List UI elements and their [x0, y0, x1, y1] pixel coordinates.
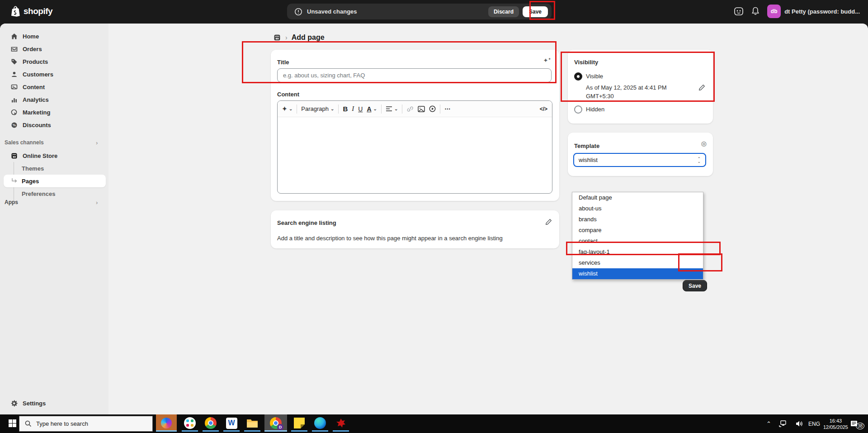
sidebar-item-settings[interactable]: Settings: [4, 397, 106, 409]
rich-text-editor[interactable]: ✦ ⌄ Paragraph ⌄ B I U A ⌄: [277, 100, 552, 194]
insert-image-icon[interactable]: [418, 106, 425, 112]
sidebar-item-label: Home: [23, 33, 39, 40]
tray-volume-icon[interactable]: [796, 414, 804, 433]
file-explorer-icon: [246, 418, 258, 428]
sidebar-item-online-store[interactable]: Online Store: [4, 149, 106, 162]
sidebar-item-marketing[interactable]: Marketing: [4, 106, 106, 119]
discard-button[interactable]: Discard: [488, 6, 519, 17]
show-html-button[interactable]: </>: [540, 106, 547, 112]
sidekick-assistant-icon[interactable]: [734, 6, 744, 16]
save-button-bottom[interactable]: Save: [683, 280, 707, 291]
taskbar-app-word[interactable]: W: [221, 414, 242, 432]
tray-show-hidden-icons[interactable]: ⌃: [766, 414, 771, 433]
alignment-button[interactable]: ⌄: [386, 106, 398, 112]
visibility-card: Visibility Visible As of May 12, 2025 at…: [568, 50, 713, 124]
template-option[interactable]: services: [572, 257, 703, 268]
taskbar-app-slack[interactable]: [179, 414, 200, 432]
select-stepper-icon: ⌃⌄: [697, 157, 701, 163]
tray-notifications[interactable]: 38: [850, 414, 864, 433]
sidebar-item-content[interactable]: Content: [4, 81, 106, 93]
title-input[interactable]: [277, 68, 552, 82]
link-icon[interactable]: [406, 106, 414, 112]
chevron-down-icon: ⌄: [330, 106, 334, 111]
sidebar-item-preferences[interactable]: Preferences: [22, 188, 55, 199]
bold-button[interactable]: B: [343, 105, 348, 113]
seo-card: Search engine listing Add a title and de…: [271, 210, 559, 248]
template-option[interactable]: compare: [572, 225, 703, 236]
magic-menu-button[interactable]: ✦ ⌄: [282, 105, 292, 112]
text-color-button[interactable]: A ⌄: [367, 105, 377, 113]
taskbar-app-chrome[interactable]: [200, 414, 221, 432]
template-option[interactable]: about-us: [572, 203, 703, 214]
edit-pencil-icon[interactable]: [698, 84, 705, 91]
search-placeholder: Type here to search: [36, 420, 88, 427]
tray-network-icon[interactable]: [779, 414, 788, 433]
insert-video-icon[interactable]: [429, 105, 436, 112]
magic-sparkle-icon[interactable]: ✦✦: [543, 57, 551, 64]
sidebar-item-analytics[interactable]: Analytics: [4, 93, 106, 106]
taskbar-app-chrome-profile[interactable]: D: [264, 414, 287, 432]
taskbar-app-copilot[interactable]: [156, 414, 177, 432]
sidebar-item-label: Pages: [22, 178, 39, 185]
template-card: Template ◎ wishlist ⌃⌄: [568, 133, 713, 176]
sticky-notes-icon: [294, 418, 305, 428]
sidebar-item-label: Online Store: [23, 152, 57, 159]
sidebar-item-home[interactable]: Home: [4, 30, 106, 43]
sidebar-item-products[interactable]: Products: [4, 55, 106, 68]
sidebar-item-pages[interactable]: Pages: [4, 175, 106, 187]
alert-icon: [294, 8, 302, 16]
chrome-profile-icon: D: [270, 417, 282, 429]
template-select[interactable]: wishlist ⌃⌄: [573, 153, 706, 167]
sales-channels-chevron-icon[interactable]: ›: [96, 139, 98, 146]
align-left-icon: [386, 106, 392, 112]
sidebar-item-themes[interactable]: Themes: [22, 163, 44, 174]
visibility-title: Visibility: [574, 59, 598, 66]
template-option[interactable]: contact: [572, 236, 703, 247]
apps-header[interactable]: Apps: [5, 199, 18, 205]
save-button-top[interactable]: Save: [523, 6, 548, 17]
taskbar-search-box[interactable]: Type here to search: [19, 416, 153, 432]
template-option[interactable]: brands: [572, 214, 703, 225]
template-option-highlighted[interactable]: wishlist: [572, 268, 703, 279]
editor-body[interactable]: [278, 117, 552, 194]
online-store-breadcrumb-icon[interactable]: [273, 33, 281, 42]
tray-clock[interactable]: 16:43 12/05/2025: [823, 414, 848, 433]
sidebar-item-label: Discounts: [23, 122, 51, 128]
sidebar-item-label: Content: [23, 84, 45, 90]
slack-icon: [184, 417, 196, 429]
template-label: Template: [574, 143, 599, 149]
view-template-eye-icon[interactable]: ◎: [701, 140, 707, 147]
underline-button[interactable]: U: [358, 105, 363, 113]
notifications-bell-icon[interactable]: [751, 6, 760, 16]
apps-chevron-icon[interactable]: ›: [96, 199, 98, 206]
sidebar-item-label: Analytics: [23, 96, 49, 103]
sidebar-item-customers[interactable]: Customers: [4, 68, 106, 81]
more-options-button[interactable]: ⋯: [444, 105, 451, 112]
edit-pencil-icon[interactable]: [545, 219, 552, 225]
taskbar-app-edge[interactable]: [310, 414, 330, 432]
shopify-bag-icon: [10, 5, 21, 17]
taskbar-app-red[interactable]: [330, 414, 351, 432]
sidebar-item-orders[interactable]: Orders: [4, 43, 106, 55]
taskbar-app-file-explorer[interactable]: [242, 414, 263, 432]
user-name: dt Petty (password: budd...: [784, 8, 860, 15]
visible-note-line1: As of May 12, 2025 at 4:41 PM: [586, 84, 667, 91]
visible-radio[interactable]: [574, 72, 582, 81]
tray-language[interactable]: ENG: [808, 414, 820, 433]
taskbar-app-sticky-notes[interactable]: [289, 414, 310, 432]
hidden-radio[interactable]: [574, 105, 582, 114]
orders-icon: [10, 45, 18, 53]
copilot-icon: [161, 418, 172, 428]
chevron-down-icon: ⌄: [289, 106, 292, 111]
italic-button[interactable]: I: [352, 105, 354, 113]
seo-title: Search engine listing: [277, 219, 336, 226]
account-menu[interactable]: db dt Petty (password: budd...: [767, 5, 860, 18]
hidden-label: Hidden: [586, 106, 604, 113]
template-option[interactable]: faq-layout-1: [572, 247, 703, 257]
shopify-logo: shopify: [10, 5, 52, 17]
unsaved-message: Unsaved changes: [307, 8, 357, 15]
sidebar-item-discounts[interactable]: % Discounts: [4, 119, 106, 131]
paragraph-style-dropdown[interactable]: Paragraph ⌄: [301, 105, 334, 112]
sidebar: Home Orders Products Customers Content A…: [0, 24, 108, 414]
template-option[interactable]: Default page: [572, 192, 703, 203]
